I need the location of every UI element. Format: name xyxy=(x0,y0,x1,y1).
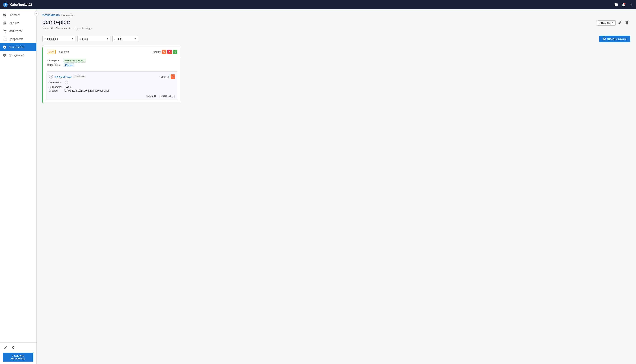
sidebar-item-marketplace-label: Marketplace xyxy=(9,30,23,32)
logs-label: LOGS xyxy=(146,95,153,97)
trigger-tag: Manual xyxy=(64,63,74,67)
sidebar-collapse-button[interactable]: ‹ xyxy=(34,11,39,16)
app-status-icon: ? xyxy=(49,74,53,79)
external-link-icon: ↗ xyxy=(611,22,613,24)
health-select[interactable]: Health Healthy Progressing Degraded xyxy=(113,36,138,42)
sidebar-item-configuration-label: Configuration xyxy=(9,54,24,56)
create-stage-button[interactable]: CREATE STAGE xyxy=(599,36,630,42)
app-sync-label: Sync status: xyxy=(49,81,62,84)
stage-open-in-label: Open In: xyxy=(152,50,161,53)
stage-open-in: Open In: G K S xyxy=(152,50,177,54)
sidebar-item-pipelines-label: Pipelines xyxy=(9,22,19,24)
terminal-icon xyxy=(172,95,175,97)
stages-dropdown[interactable]: Stages ▼ xyxy=(77,36,110,42)
sidebar-settings-button[interactable] xyxy=(11,345,16,351)
terminal-label: TERMINAL xyxy=(159,95,171,97)
pipelines-icon xyxy=(3,21,7,25)
app-created-label: Created: xyxy=(49,90,62,92)
app-card-my-go-gin-app: ? my-go-gin-app build/NaN Open In: G Syn… xyxy=(46,71,178,100)
argo-cd-label: ARGO CD xyxy=(600,22,610,24)
stage-trigger-label: Trigger Type: xyxy=(47,63,61,67)
app-name[interactable]: my-go-gin-app xyxy=(55,75,71,78)
stage-trigger-value: Manual xyxy=(64,63,177,67)
filters-toolbar: Applications ▼ Stages ▼ Health Healthy P… xyxy=(42,36,630,42)
breadcrumb-environments-link[interactable]: ENVIRONMENTS xyxy=(42,14,60,16)
sidebar-bottom: + CREATE RESOURCE xyxy=(0,342,36,364)
stages-select[interactable]: Stages xyxy=(77,36,110,42)
app-header: ? my-go-gin-app build/NaN Open In: G xyxy=(49,74,175,79)
app-title: KubeRocketCI xyxy=(10,3,32,7)
sidebar-item-overview[interactable]: Overview xyxy=(0,11,36,19)
sidebar-edit-button[interactable] xyxy=(3,345,9,351)
create-stage-icon xyxy=(603,38,606,40)
breadcrumb-separator: / xyxy=(61,14,62,16)
page-subtitle: Inspect the Environment and operate stag… xyxy=(42,27,93,30)
applications-select[interactable]: Applications xyxy=(42,36,75,42)
stage-grafana-icon[interactable]: G xyxy=(162,50,166,54)
health-dropdown[interactable]: Health Healthy Progressing Degraded ▼ xyxy=(113,36,138,42)
sidebar-bottom-icon-group xyxy=(3,345,34,351)
create-stage-label: CREATE STAGE xyxy=(607,38,626,40)
edit-environment-button[interactable] xyxy=(617,20,623,26)
more-menu-icon[interactable] xyxy=(629,2,633,7)
delete-environment-button[interactable] xyxy=(624,20,630,26)
info-icon[interactable] xyxy=(614,2,618,7)
stage-namespace-value: edp-demo-pipe-dev xyxy=(64,59,177,62)
app-grafana-icon[interactable]: G xyxy=(171,74,175,79)
sidebar-item-configuration[interactable]: Configuration xyxy=(0,51,36,59)
notification-dot xyxy=(624,3,625,4)
applications-dropdown[interactable]: Applications ▼ xyxy=(42,36,75,42)
marketplace-icon xyxy=(3,29,7,33)
logs-icon xyxy=(154,95,156,97)
sidebar-item-components[interactable]: Components xyxy=(0,35,36,43)
create-resource-button[interactable]: + CREATE RESOURCE xyxy=(3,353,34,362)
page-title: demo-pipe xyxy=(42,18,93,25)
terminal-button[interactable]: TERMINAL xyxy=(159,95,175,97)
app-created-value: 07/04/2024 10:14:19 (a few seconds ago) xyxy=(65,90,175,92)
notification-icon[interactable] xyxy=(621,2,626,7)
sidebar-item-overview-label: Overview xyxy=(9,14,19,16)
sidebar-item-components-label: Components xyxy=(9,38,23,40)
topnav-icons xyxy=(614,2,633,7)
sidebar-nav: Overview Pipelines Marketplace Component… xyxy=(0,10,36,342)
app-logo: KubeRocketCI xyxy=(3,2,612,7)
sidebar-item-marketplace[interactable]: Marketplace xyxy=(0,27,36,35)
logs-button[interactable]: LOGS xyxy=(146,95,156,97)
app-promote-value: False xyxy=(65,86,175,88)
stage-sonar-icon[interactable]: S xyxy=(173,50,177,54)
argo-cd-button[interactable]: ARGO CD ↗ xyxy=(597,20,615,26)
overview-icon xyxy=(3,13,7,17)
components-icon xyxy=(3,37,7,41)
sidebar-item-environments[interactable]: Environments xyxy=(0,43,36,51)
top-navbar: KubeRocketCI xyxy=(0,0,636,10)
sidebar: ‹ Overview Pipelines Marketplace xyxy=(0,10,37,364)
sync-spinner-icon xyxy=(65,81,68,84)
stage-meta: Namespace: edp-demo-pipe-dev Trigger Typ… xyxy=(43,57,181,69)
stage-card-dev: DEV (in-cluster) Open In: G K S Namespac… xyxy=(42,46,181,104)
stage-type: (in-cluster) xyxy=(58,50,69,53)
main-content: ENVIRONMENTS / demo-pipe demo-pipe Inspe… xyxy=(37,10,636,364)
stage-kibana-icon[interactable]: K xyxy=(167,50,172,54)
svg-point-1 xyxy=(5,4,6,5)
app-actions: LOGS TERMINAL xyxy=(49,95,175,97)
create-resource-label: + CREATE RESOURCE xyxy=(6,354,31,360)
sidebar-item-environments-label: Environments xyxy=(9,46,25,48)
breadcrumb-current: demo-pipe xyxy=(63,14,74,16)
breadcrumb: ENVIRONMENTS / demo-pipe xyxy=(42,14,630,16)
stage-header: DEV (in-cluster) Open In: G K S xyxy=(43,47,181,57)
environments-icon xyxy=(3,45,7,49)
logo-icon xyxy=(3,2,8,7)
app-open-in-label: Open In: xyxy=(160,75,169,78)
app-promote-label: To promote: xyxy=(49,86,62,88)
app-open-in: Open In: G xyxy=(160,74,175,79)
namespace-tag: edp-demo-pipe-dev xyxy=(64,59,86,62)
stage-namespace-label: Namespace: xyxy=(47,59,61,62)
sidebar-item-pipelines[interactable]: Pipelines xyxy=(0,19,36,27)
app-sync-value xyxy=(65,81,175,84)
app-build-tag: build/NaN xyxy=(73,75,86,78)
app-meta: Sync status: To promote: False Created: … xyxy=(49,81,175,92)
stage-badge: DEV xyxy=(47,50,56,54)
configuration-icon xyxy=(3,53,7,57)
